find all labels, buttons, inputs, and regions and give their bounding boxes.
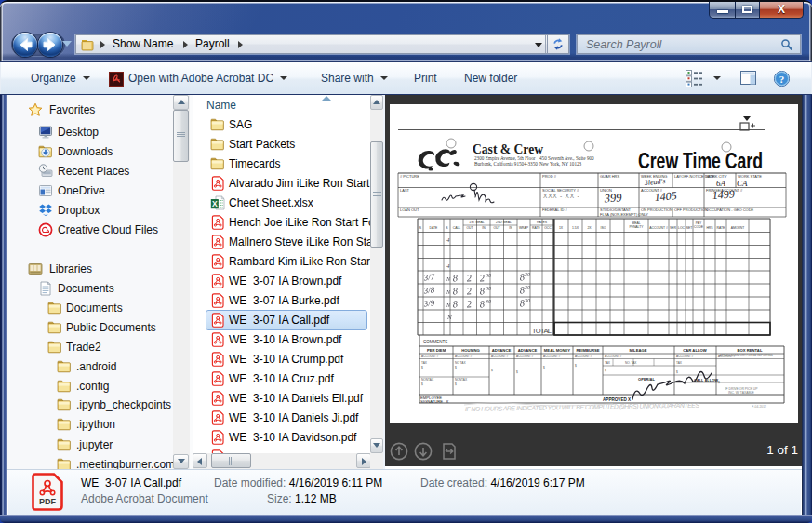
svg-text:ACCOUNT #: ACCOUNT # bbox=[421, 355, 439, 358]
svg-text:LOAN OUT: LOAN OUT bbox=[400, 208, 419, 212]
svg-text:2X: 2X bbox=[587, 226, 592, 230]
svg-text:ACCOUNT #: ACCOUNT # bbox=[516, 355, 534, 358]
svg-text:OUT: OUT bbox=[493, 226, 499, 230]
svg-text:4: 4 bbox=[446, 236, 450, 244]
svg-text:IN: IN bbox=[482, 226, 486, 230]
svg-text:2300 Empire Avenue, 5th Floor: 2300 Empire Avenue, 5th Floor bbox=[474, 155, 536, 161]
svg-text:RATE: RATE bbox=[717, 226, 726, 230]
svg-text:$: $ bbox=[575, 364, 577, 368]
svg-text:ACCOUNT #: ACCOUNT # bbox=[491, 355, 509, 358]
svg-text:1X: 1X bbox=[559, 226, 564, 230]
svg-text:$: $ bbox=[421, 382, 423, 386]
svg-text:NO. TAX: NO. TAX bbox=[625, 361, 637, 365]
svg-text:AMOUNT: AMOUNT bbox=[731, 226, 745, 230]
svg-text:BOX RENTAL: BOX RENTAL bbox=[738, 348, 763, 353]
svg-text:ACCOUNT #: ACCOUNT # bbox=[605, 355, 622, 358]
svg-text:OCCUPATION - GEO CODE: OCCUPATION - GEO CODE bbox=[706, 208, 754, 212]
svg-text:30: 30 bbox=[485, 299, 491, 304]
svg-text:WORK CITY: WORK CITY bbox=[706, 174, 727, 179]
svg-text:$: $ bbox=[516, 370, 518, 374]
svg-text:FEDERAL ID #: FEDERAL ID # bbox=[542, 208, 568, 212]
svg-text:3lead's: 3lead's bbox=[643, 177, 665, 187]
svg-text:STUDIO/DISTANT: STUDIO/DISTANT bbox=[600, 208, 632, 212]
svg-text:ACCOUNT #: ACCOUNT # bbox=[575, 355, 592, 358]
svg-text:PENALTY: PENALTY bbox=[629, 225, 644, 229]
svg-text:ACCOUNT #: ACCOUNT # bbox=[543, 355, 561, 358]
svg-text:HOUSING: HOUSING bbox=[461, 348, 480, 353]
svg-text:8: 8 bbox=[452, 273, 459, 283]
svg-text:2: 2 bbox=[466, 299, 473, 309]
svg-text:PROD #: PROD # bbox=[542, 174, 557, 179]
svg-text:$: $ bbox=[605, 369, 606, 372]
svg-text:399: 399 bbox=[603, 191, 622, 205]
svg-text:CAR ALLOW: CAR ALLOW bbox=[683, 348, 706, 353]
svg-text:ADVANCE: ADVANCE bbox=[518, 348, 538, 353]
svg-text:8: 8 bbox=[452, 286, 459, 296]
svg-text:CA: CA bbox=[737, 179, 748, 188]
svg-text:S: S bbox=[419, 226, 422, 230]
svg-text:N: N bbox=[446, 314, 452, 321]
svg-text:$: $ bbox=[455, 366, 457, 369]
svg-text:NONTAX: NONTAX bbox=[455, 378, 468, 382]
svg-text:XXX - XX -: XXX - XX - bbox=[543, 193, 579, 199]
svg-text:S: S bbox=[446, 226, 448, 230]
svg-text:$: $ bbox=[491, 369, 493, 372]
svg-text:4: 4 bbox=[446, 262, 450, 270]
svg-text:PAY: PAY bbox=[696, 221, 702, 225]
svg-text:MEAL MONEY: MEAL MONEY bbox=[544, 348, 571, 353]
svg-text:LOC: LOC bbox=[678, 226, 686, 230]
svg-text:ADVANCE: ADVANCE bbox=[492, 348, 512, 353]
svg-text:30: 30 bbox=[524, 285, 530, 290]
svg-text:NO TAX: NO TAX bbox=[455, 361, 466, 365]
svg-text:PDF: PDF bbox=[39, 497, 57, 506]
svg-text:RATES: RATES bbox=[537, 221, 548, 224]
svg-text:$: $ bbox=[543, 366, 545, 369]
svg-text:IN: IN bbox=[509, 226, 512, 230]
svg-text:3/7: 3/7 bbox=[422, 272, 435, 282]
svg-text:TOTAL: TOTAL bbox=[532, 327, 552, 335]
svg-text:Burbank, California 91504-3350: Burbank, California 91504-3350 bbox=[474, 161, 538, 167]
svg-text:1405: 1405 bbox=[654, 189, 677, 204]
svg-text:6A: 6A bbox=[716, 179, 726, 188]
svg-text:ACCOUNT #: ACCOUNT # bbox=[649, 226, 668, 230]
svg-text:OCC: OCC bbox=[544, 226, 552, 230]
svg-text:2: 2 bbox=[466, 273, 473, 283]
svg-text:TAX: TAX bbox=[605, 361, 611, 365]
svg-text:# PICTURE: # PICTURE bbox=[400, 174, 419, 179]
svg-text:OFF PRODUCTION: OFF PRODUCTION bbox=[674, 208, 708, 212]
svg-text:1ST MEAL: 1ST MEAL bbox=[469, 221, 484, 224]
svg-text:COMMENTS: COMMENTS bbox=[423, 340, 447, 344]
svg-text:RATE: RATE bbox=[532, 226, 541, 230]
svg-text:2: 2 bbox=[466, 286, 473, 296]
svg-text:APPROVED X: APPROVED X bbox=[603, 397, 632, 402]
svg-text:8: 8 bbox=[452, 299, 459, 309]
svg-text:ACCOUNT #: ACCOUNT # bbox=[676, 355, 694, 358]
svg-text:MILEAGE: MILEAGE bbox=[629, 348, 646, 353]
svg-text:GUAR HRS: GUAR HRS bbox=[600, 174, 619, 179]
svg-text:1499: 1499 bbox=[712, 187, 735, 202]
svg-text:INC. W/ TAXABLE: INC. W/ TAXABLE bbox=[728, 391, 754, 395]
svg-text:2ND MEAL: 2ND MEAL bbox=[496, 221, 512, 224]
svg-text:30: 30 bbox=[485, 286, 491, 291]
svg-text:ACCOUNT #: ACCOUNT # bbox=[455, 355, 473, 358]
svg-text:WRAP: WRAP bbox=[519, 226, 529, 230]
svg-text:SER: SER bbox=[670, 226, 677, 230]
svg-text:1.5X: 1.5X bbox=[572, 226, 579, 230]
svg-text:TAX: TAX bbox=[676, 361, 683, 365]
svg-text:WORK STATE: WORK STATE bbox=[738, 174, 762, 179]
svg-text:3/8: 3/8 bbox=[422, 285, 435, 295]
svg-text:LAST: LAST bbox=[400, 188, 410, 193]
svg-text:3/9: 3/9 bbox=[422, 298, 435, 308]
svg-text:450 Seventh Ave., Suite 900: 450 Seventh Ave., Suite 900 bbox=[539, 155, 594, 161]
svg-text:PER DIEM: PER DIEM bbox=[427, 348, 446, 353]
svg-text:IF NO HOURS ARE INDICATED YOU: IF NO HOURS ARE INDICATED YOU WILL BE CO… bbox=[465, 402, 700, 413]
svg-text:TAX: TAX bbox=[421, 361, 428, 365]
svg-text:Crew Time Card: Crew Time Card bbox=[638, 149, 763, 173]
svg-text:SIGNATURE X: SIGNATURE X bbox=[420, 399, 449, 404]
svg-text:OUT: OUT bbox=[466, 226, 473, 230]
svg-text:$: $ bbox=[421, 366, 423, 369]
svg-text:$: $ bbox=[455, 382, 457, 386]
svg-text:MEAL: MEAL bbox=[632, 221, 640, 225]
svg-text:New York, NY 10123: New York, NY 10123 bbox=[539, 161, 582, 167]
svg-text:REIMBURSE: REIMBURSE bbox=[576, 348, 599, 353]
